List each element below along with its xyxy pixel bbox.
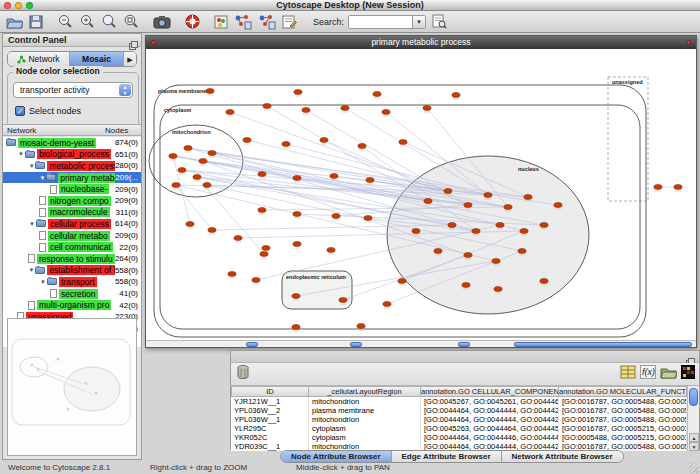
data-panel-titlebar: [231, 351, 699, 363]
frame-menu-icon[interactable]: [686, 40, 691, 45]
zoom-out-icon[interactable]: [57, 14, 73, 30]
table-row[interactable]: YPL036W__1mitochondrion[GO:0044464, GO:0…: [231, 415, 687, 424]
resize-grip[interactable]: [689, 463, 699, 473]
save-icon[interactable]: [29, 15, 43, 29]
tree-row[interactable]: mosaic-demo-yeast874(0): [3, 137, 141, 149]
tree-row[interactable]: ▼establishment of lo558(0): [3, 265, 141, 277]
tree-row[interactable]: ▼metabolic process280(0): [3, 160, 141, 172]
expand-triangle-icon[interactable]: ▼: [28, 221, 36, 227]
graph-node: [262, 246, 270, 251]
tab-network-attribute-browser[interactable]: Network Attribute Browser: [502, 451, 623, 462]
column-header[interactable]: _cellularLayoutRegion: [309, 386, 421, 397]
graph-node: [373, 92, 381, 97]
table-cell: [GO:0045263, GO:0044464, GO:0044455, G..…: [421, 424, 559, 433]
expand-triangle-icon[interactable]: ▼: [39, 279, 47, 285]
search-dropdown-arrow[interactable]: ▼: [412, 16, 425, 28]
file-icon: [28, 301, 35, 310]
tree-row[interactable]: nitrogen compo209(0): [3, 195, 141, 207]
column-header[interactable]: annotation.GO MOLECULAR_FUNCTION: [559, 386, 687, 397]
file-icon: [39, 208, 46, 217]
function-builder-icon[interactable]: f(x): [640, 365, 656, 383]
tab-edge-attribute-browser[interactable]: Edge Attribute Browser: [392, 451, 502, 462]
expand-triangle-icon[interactable]: ▼: [17, 151, 25, 157]
scroll-up-icon[interactable]: ▲: [689, 433, 699, 442]
tree-row[interactable]: macromolecule311(0): [3, 207, 141, 219]
file-icon: [39, 196, 46, 205]
network-view-title: primary metabolic process: [371, 37, 470, 47]
graph-node: [412, 229, 420, 234]
frame-close-icon[interactable]: [151, 40, 156, 45]
column-header[interactable]: annotation.GO CELLULAR_COMPONENT: [421, 386, 559, 397]
tree-row[interactable]: cell communicat22(0): [3, 241, 141, 253]
graph-node: [464, 203, 472, 208]
table-row[interactable]: YJR121W__1mitochondrion[GO:0045267, GO:0…: [231, 397, 687, 406]
data-panel-toolbar: f(x): [231, 363, 699, 386]
expand-triangle-icon[interactable]: ▼: [28, 163, 35, 169]
zoom-in-icon[interactable]: [79, 14, 95, 30]
expand-triangle-icon[interactable]: ▼: [39, 175, 46, 181]
tree-row[interactable]: nucleobase-209(0): [3, 183, 141, 195]
tree-row-count: 264(0): [115, 254, 141, 263]
select-attributes-icon[interactable]: [620, 365, 636, 383]
zoom-fit-icon[interactable]: [101, 14, 117, 30]
tree-row[interactable]: ▼transport558(0): [3, 276, 141, 288]
open-file-icon[interactable]: [6, 15, 23, 29]
tree-header-network[interactable]: Network: [3, 125, 105, 135]
tree-row[interactable]: secretion41(0): [3, 288, 141, 300]
svg-text:plasma membrane: plasma membrane: [158, 88, 206, 94]
tab-network[interactable]: Network: [8, 52, 70, 66]
new-network-from-selection-icon[interactable]: [234, 14, 252, 30]
table-row[interactable]: YKR052Ccytoplasm[GO:0044464, GO:0044446,…: [231, 433, 687, 442]
snapshot-icon[interactable]: [153, 15, 171, 29]
column-header[interactable]: ID: [231, 386, 309, 397]
network-hscrollbar[interactable]: [146, 340, 696, 347]
delete-attributes-icon[interactable]: [236, 364, 250, 384]
folder-icon: [35, 162, 45, 169]
tree-row-label: mosaic-demo-yeast: [18, 138, 96, 148]
status-hint-zoom: Right-click + drag to ZOOM: [150, 463, 247, 472]
graphics-details-icon[interactable]: [214, 15, 228, 29]
tree-row[interactable]: ▼biological_process651(0): [3, 149, 141, 161]
zoom-selected-icon[interactable]: [123, 14, 139, 30]
table-vscrollbar[interactable]: ▲ ▼: [687, 386, 699, 451]
tree-header-nodes[interactable]: Nodes: [105, 125, 141, 135]
svg-text:endoplasmic reticulum: endoplasmic reticulum: [286, 274, 346, 280]
table-row[interactable]: YPL036W__2plasma membrane[GO:0044464, GO…: [231, 406, 687, 415]
tab-node-attribute-browser[interactable]: Node Attribute Browser: [281, 451, 392, 462]
search-input[interactable]: ▼: [348, 15, 426, 29]
table-cell: [GO:0044464, GO:0044444, GO:0044425, G..…: [421, 415, 559, 424]
table-header: ID_cellularLayoutRegionannotation.GO CEL…: [231, 386, 687, 397]
table-cell: cytoplasm: [309, 433, 421, 442]
float-panel-icon[interactable]: [129, 36, 138, 45]
select-nodes-checkbox[interactable]: ✓: [15, 106, 25, 116]
help-icon[interactable]: [185, 14, 200, 29]
graph-node: [383, 302, 391, 307]
new-network-all-edges-icon[interactable]: [258, 14, 276, 30]
enhanced-search-icon[interactable]: [432, 14, 447, 29]
network-canvas[interactable]: plasma membranecytoplasmmitochondrionnuc…: [146, 49, 696, 340]
tree-row[interactable]: response to stimulu264(0): [3, 253, 141, 265]
tree-row[interactable]: multi-organism pro42(0): [3, 299, 141, 311]
file-icon: [39, 243, 46, 252]
heatmap-icon[interactable]: [681, 365, 695, 383]
float-panel-icon[interactable]: [686, 353, 695, 362]
tab-overflow-arrow[interactable]: ▶: [124, 52, 136, 66]
table-row[interactable]: YLR295Ccytoplasm[GO:0045263, GO:0044464,…: [231, 424, 687, 433]
tree-row[interactable]: ▼primary metabo209(...: [3, 172, 141, 184]
birdseye-view[interactable]: [7, 318, 137, 456]
annotation-icon[interactable]: [282, 14, 297, 29]
scroll-down-icon[interactable]: ▼: [689, 442, 699, 451]
tree-row[interactable]: cellular metabo209(0): [3, 230, 141, 242]
table-cell: YKR052C: [231, 433, 309, 442]
node-color-dropdown[interactable]: transporter activity ▲▼: [13, 82, 133, 98]
expand-triangle-icon[interactable]: ▼: [28, 267, 35, 273]
graph-node: [518, 249, 526, 254]
network-view-titlebar[interactable]: primary metabolic process: [146, 36, 696, 49]
graph-node: [398, 279, 406, 284]
main-toolbar: Search: ▼: [0, 11, 700, 33]
graph-node: [358, 144, 366, 149]
tab-mosaic[interactable]: Mosaic: [70, 52, 124, 66]
table-body: YJR121W__1mitochondrion[GO:0045267, GO:0…: [231, 397, 687, 451]
tree-row[interactable]: ▼cellular process614(0): [3, 218, 141, 230]
import-attributes-icon[interactable]: [660, 365, 677, 383]
